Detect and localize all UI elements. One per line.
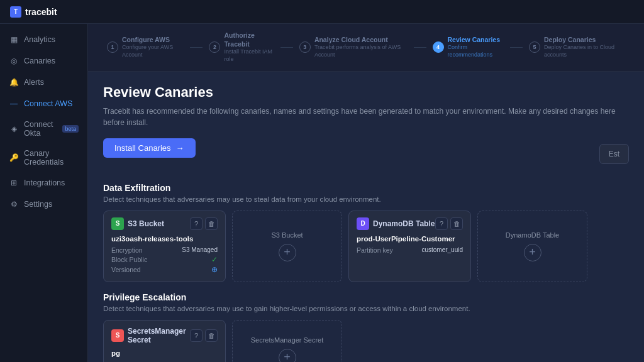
analytics-icon: ▦ bbox=[9, 35, 19, 45]
canary-card-s3-bucket: S S3 Bucket ? 🗑 uzi3oash-releases-tools … bbox=[103, 211, 226, 282]
canaries-icon: ◎ bbox=[9, 56, 19, 66]
step-num-5: 5 bbox=[529, 41, 540, 53]
sidebar-label-analytics: Analytics bbox=[24, 35, 55, 44]
secrets-card-type: SecretsManager Secret bbox=[128, 327, 190, 344]
sidebar-item-connect-aws[interactable]: — Connect AWS bbox=[0, 93, 87, 114]
add-s3-label: S3 Bucket bbox=[271, 231, 303, 239]
wizard-steps: 1 Configure AWS Configure your AWS Accou… bbox=[88, 24, 644, 72]
secrets-canary-name: pg bbox=[111, 349, 218, 357]
dynamo-field-partition-key: Partition key customer_uuid bbox=[357, 246, 463, 254]
dynamo-delete-button[interactable]: 🗑 bbox=[450, 217, 463, 230]
canary-card-secrets: S SecretsManager Secret ? 🗑 pg bbox=[103, 320, 226, 362]
s3-canary-name: uzi3oash-releases-tools bbox=[111, 235, 218, 243]
step-sub-5: Deploy Canaries in to Cloud accounts bbox=[544, 44, 625, 58]
step-divider-3 bbox=[414, 47, 426, 48]
sidebar-label-connect-aws: Connect AWS bbox=[24, 99, 72, 108]
add-secrets-label: SecretsManager Secret bbox=[251, 336, 324, 344]
settings-icon: ⚙ bbox=[9, 199, 19, 209]
sidebar-label-connect-okta: Connect Okta bbox=[24, 120, 56, 138]
sidebar-item-canary-credentials[interactable]: 🔑 Canary Credentials bbox=[0, 143, 87, 172]
add-s3-plus-icon: + bbox=[279, 244, 296, 261]
est-button[interactable]: Est bbox=[599, 144, 629, 164]
s3-field-block-public: Block Public ✓ bbox=[111, 255, 218, 264]
sidebar-label-integrations: Integrations bbox=[24, 178, 65, 187]
sidebar-label-canary-credentials: Canary Credentials bbox=[24, 149, 79, 167]
step-title-1: Configure AWS bbox=[122, 36, 184, 45]
step-sub-3: Tracebit performs analysis of AWS Accoun… bbox=[314, 44, 408, 58]
secrets-icon: S bbox=[111, 329, 124, 342]
step-num-2: 2 bbox=[209, 41, 220, 53]
dynamo-canary-name: prod-UserPipeline-Customer bbox=[357, 235, 463, 243]
install-canaries-button[interactable]: Install Canaries → bbox=[103, 138, 196, 158]
add-dynamo-label: DynamoDB Table bbox=[506, 231, 559, 239]
logo: T tracebit bbox=[10, 6, 57, 18]
content-area: 1 Configure AWS Configure your AWS Accou… bbox=[88, 24, 644, 362]
top-actions: Install Canaries → Est bbox=[103, 138, 629, 170]
sidebar-item-settings[interactable]: ⚙ Settings bbox=[0, 194, 87, 215]
circle-icon-versioned: ⊕ bbox=[211, 265, 218, 274]
canary-grid-data-exfiltration: S S3 Bucket ? 🗑 uzi3oash-releases-tools … bbox=[103, 211, 629, 282]
step-num-4: 4 bbox=[433, 41, 444, 53]
section-title-privilege-escalation: Privilege Escalation bbox=[103, 292, 629, 302]
topbar: T tracebit bbox=[0, 0, 644, 24]
page-title: Review Canaries bbox=[103, 84, 629, 101]
canary-creds-icon: 🔑 bbox=[9, 153, 19, 163]
sidebar-label-settings: Settings bbox=[24, 200, 52, 209]
step-divider-4 bbox=[510, 47, 523, 48]
section-privilege-escalation: Privilege Escalation Detect techniques t… bbox=[103, 292, 629, 362]
canary-card-dynamodb: D DynamoDB Table ? 🗑 prod-UserPipeline-C… bbox=[348, 211, 471, 282]
wizard-step-4: 4 Review Canaries Confirm recommendation… bbox=[426, 33, 511, 62]
secrets-help-button[interactable]: ? bbox=[190, 329, 203, 342]
beta-badge: beta bbox=[62, 125, 79, 133]
s3-card-type: S3 Bucket bbox=[128, 219, 164, 228]
s3-field-encryption: Encryption S3 Managed bbox=[111, 246, 218, 254]
s3-delete-button[interactable]: 🗑 bbox=[205, 217, 218, 230]
add-dynamo-card[interactable]: DynamoDB Table + bbox=[477, 211, 587, 282]
page-content: Review Canaries Tracebit has recommended… bbox=[88, 72, 644, 362]
sidebar-item-analytics[interactable]: ▦ Analytics bbox=[0, 29, 87, 50]
sidebar-item-connect-okta[interactable]: ◈ Connect Okta beta bbox=[0, 114, 87, 143]
step-sub-2: Install Tracebit IAM role bbox=[224, 48, 274, 63]
step-num-3: 3 bbox=[299, 41, 311, 53]
arrow-right-icon: → bbox=[176, 143, 184, 153]
wizard-step-5: 5 Deploy Canaries Deploy Canaries in to … bbox=[523, 33, 631, 62]
step-sub-4: Confirm recommendations bbox=[448, 44, 504, 58]
page-description: Tracebit has recommended the following c… bbox=[103, 106, 629, 128]
add-secrets-card[interactable]: SecretsManager Secret + bbox=[232, 320, 342, 362]
step-divider-1 bbox=[190, 47, 203, 48]
logo-text: tracebit bbox=[25, 7, 57, 17]
step-num-1: 1 bbox=[107, 41, 118, 53]
sidebar-item-integrations[interactable]: ⊞ Integrations bbox=[0, 172, 87, 194]
canary-grid-privilege-escalation: S SecretsManager Secret ? 🗑 pg Secr bbox=[103, 320, 629, 362]
main-layout: ▦ Analytics ◎ Canaries 🔔 Alerts — Connec… bbox=[0, 24, 644, 362]
step-divider-2 bbox=[280, 47, 293, 48]
dynamo-help-button[interactable]: ? bbox=[435, 217, 448, 230]
sidebar-item-alerts[interactable]: 🔔 Alerts bbox=[0, 72, 87, 93]
logo-icon: T bbox=[10, 6, 21, 18]
s3-field-versioned: Versioned ⊕ bbox=[111, 265, 218, 274]
section-data-exfiltration: Data Exfiltration Detect techniques that… bbox=[103, 183, 629, 282]
integrations-icon: ⊞ bbox=[9, 178, 19, 188]
wizard-step-3: 3 Analyze Cloud Account Tracebit perform… bbox=[293, 33, 414, 62]
step-sub-1: Configure your AWS Account bbox=[122, 44, 184, 58]
alerts-icon: 🔔 bbox=[9, 77, 19, 87]
sidebar-item-canaries[interactable]: ◎ Canaries bbox=[0, 50, 87, 72]
connect-aws-icon: — bbox=[9, 99, 19, 109]
secrets-delete-button[interactable]: 🗑 bbox=[205, 329, 218, 342]
add-dynamo-plus-icon: + bbox=[524, 244, 541, 261]
section-desc-privilege-escalation: Detect techniques that adversaries may u… bbox=[103, 305, 629, 312]
add-secrets-plus-icon: + bbox=[279, 349, 296, 362]
dynamo-icon: D bbox=[357, 217, 369, 230]
wizard-step-1: 1 Configure AWS Configure your AWS Accou… bbox=[101, 33, 190, 62]
wizard-step-2: 2 Authorize Tracebit Install Tracebit IA… bbox=[203, 29, 280, 66]
sidebar-label-alerts: Alerts bbox=[24, 78, 44, 87]
s3-help-button[interactable]: ? bbox=[190, 217, 203, 230]
section-title-data-exfiltration: Data Exfiltration bbox=[103, 183, 629, 193]
connect-okta-icon: ◈ bbox=[9, 124, 19, 134]
step-title-4: Review Canaries bbox=[448, 36, 504, 45]
check-icon-block-public: ✓ bbox=[211, 255, 218, 264]
add-s3-card[interactable]: S3 Bucket + bbox=[232, 211, 342, 282]
s3-icon: S bbox=[111, 217, 124, 230]
step-title-5: Deploy Canaries bbox=[544, 36, 625, 45]
sidebar-label-canaries: Canaries bbox=[24, 57, 55, 65]
